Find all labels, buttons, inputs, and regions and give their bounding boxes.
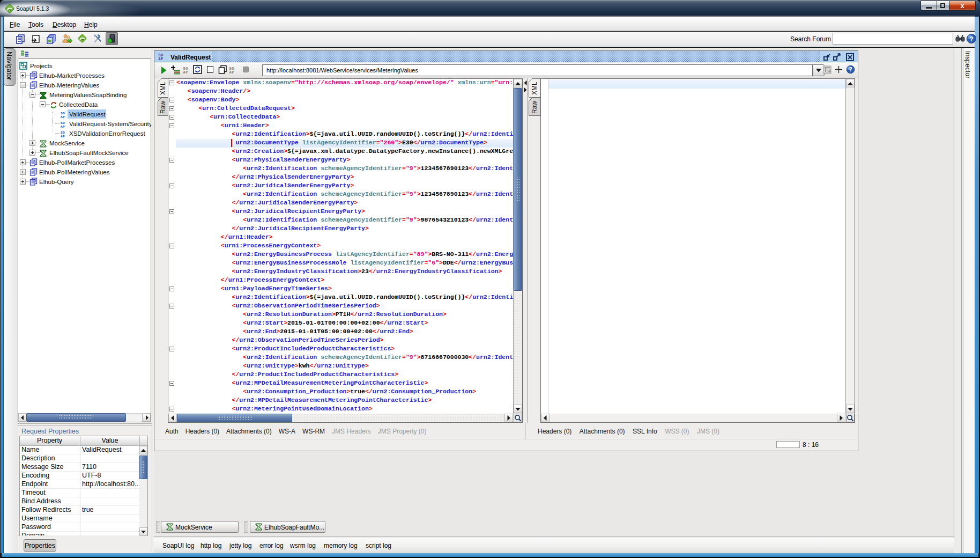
svg-text:AP: AP (61, 135, 65, 138)
svg-text:?: ? (849, 66, 852, 72)
svg-text:AP: AP (61, 125, 65, 129)
svg-text:AP: AP (183, 70, 188, 74)
svg-text:AP: AP (61, 115, 65, 119)
svg-text:AP: AP (229, 70, 234, 74)
svg-text:?: ? (969, 35, 974, 43)
svg-text:AP: AP (159, 57, 164, 61)
